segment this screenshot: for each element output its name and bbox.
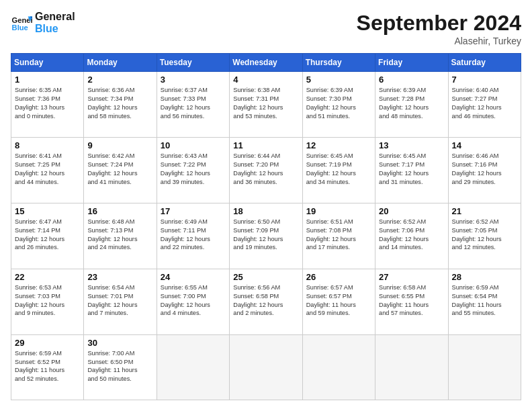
calendar-cell	[375, 334, 448, 400]
location: Alasehir, Turkey	[357, 36, 521, 46]
calendar-cell: 3Sunrise: 6:37 AMSunset: 7:33 PMDaylight…	[157, 72, 229, 138]
day-number: 1	[15, 75, 80, 85]
calendar-cell	[157, 334, 229, 400]
cell-content: Sunrise: 6:45 AMSunset: 7:17 PMDaylight:…	[379, 152, 444, 187]
logo: General Blue General Blue	[11, 11, 75, 34]
calendar-header-wednesday: Wednesday	[230, 54, 302, 72]
calendar-week-1: 1Sunrise: 6:35 AMSunset: 7:36 PMDaylight…	[11, 72, 521, 138]
calendar-cell: 14Sunrise: 6:46 AMSunset: 7:16 PMDayligh…	[448, 137, 521, 203]
cell-content: Sunrise: 6:58 AMSunset: 6:55 PMDaylight:…	[379, 283, 444, 318]
svg-text:Blue: Blue	[12, 24, 28, 32]
cell-content: Sunrise: 6:52 AMSunset: 7:06 PMDaylight:…	[379, 218, 444, 253]
day-number: 13	[379, 140, 444, 150]
day-number: 2	[87, 75, 152, 85]
calendar-cell: 1Sunrise: 6:35 AMSunset: 7:36 PMDaylight…	[11, 72, 84, 138]
page: General Blue General Blue September 2024…	[0, 0, 532, 411]
calendar-cell: 8Sunrise: 6:41 AMSunset: 7:25 PMDaylight…	[11, 137, 84, 203]
calendar-cell: 12Sunrise: 6:45 AMSunset: 7:19 PMDayligh…	[302, 137, 375, 203]
cell-content: Sunrise: 6:51 AMSunset: 7:08 PMDaylight:…	[306, 218, 371, 253]
calendar-week-5: 29Sunrise: 6:59 AMSunset: 6:52 PMDayligh…	[11, 334, 521, 400]
calendar-week-4: 22Sunrise: 6:53 AMSunset: 7:03 PMDayligh…	[11, 269, 521, 334]
cell-content: Sunrise: 6:37 AMSunset: 7:33 PMDaylight:…	[161, 86, 226, 121]
cell-content: Sunrise: 6:53 AMSunset: 7:03 PMDaylight:…	[15, 283, 80, 318]
calendar-header-monday: Monday	[84, 54, 157, 72]
month-title: September 2024	[357, 11, 521, 36]
calendar-cell: 9Sunrise: 6:42 AMSunset: 7:24 PMDaylight…	[84, 137, 157, 203]
cell-content: Sunrise: 6:59 AMSunset: 6:54 PMDaylight:…	[452, 283, 517, 318]
calendar-header-tuesday: Tuesday	[157, 54, 229, 72]
calendar-cell: 5Sunrise: 6:39 AMSunset: 7:30 PMDaylight…	[302, 72, 375, 138]
calendar-header-friday: Friday	[375, 54, 448, 72]
cell-content: Sunrise: 6:59 AMSunset: 6:52 PMDaylight:…	[15, 349, 80, 384]
calendar-week-2: 8Sunrise: 6:41 AMSunset: 7:25 PMDaylight…	[11, 137, 521, 203]
cell-content: Sunrise: 6:41 AMSunset: 7:25 PMDaylight:…	[15, 152, 80, 187]
calendar-cell: 23Sunrise: 6:54 AMSunset: 7:01 PMDayligh…	[84, 269, 157, 334]
calendar-cell: 10Sunrise: 6:43 AMSunset: 7:22 PMDayligh…	[157, 137, 229, 203]
day-number: 8	[15, 140, 80, 150]
calendar-table: SundayMondayTuesdayWednesdayThursdayFrid…	[11, 53, 521, 400]
day-number: 19	[306, 206, 371, 216]
cell-content: Sunrise: 6:44 AMSunset: 7:20 PMDaylight:…	[233, 152, 298, 187]
day-number: 27	[379, 272, 444, 282]
logo-general: General	[35, 11, 75, 23]
day-number: 10	[161, 140, 226, 150]
title-block: September 2024 Alasehir, Turkey	[357, 11, 521, 46]
calendar-cell: 13Sunrise: 6:45 AMSunset: 7:17 PMDayligh…	[375, 137, 448, 203]
calendar-cell: 15Sunrise: 6:47 AMSunset: 7:14 PMDayligh…	[11, 203, 84, 269]
calendar-cell: 19Sunrise: 6:51 AMSunset: 7:08 PMDayligh…	[302, 203, 375, 269]
calendar-week-3: 15Sunrise: 6:47 AMSunset: 7:14 PMDayligh…	[11, 203, 521, 269]
calendar-header-thursday: Thursday	[302, 54, 375, 72]
calendar-cell: 25Sunrise: 6:56 AMSunset: 6:58 PMDayligh…	[230, 269, 302, 334]
cell-content: Sunrise: 6:55 AMSunset: 7:00 PMDaylight:…	[161, 283, 226, 318]
day-number: 17	[161, 206, 226, 216]
cell-content: Sunrise: 6:36 AMSunset: 7:34 PMDaylight:…	[87, 86, 152, 121]
logo-icon: General Blue	[11, 12, 32, 34]
calendar-cell: 21Sunrise: 6:52 AMSunset: 7:05 PMDayligh…	[448, 203, 521, 269]
calendar-header-saturday: Saturday	[448, 54, 521, 72]
cell-content: Sunrise: 6:38 AMSunset: 7:31 PMDaylight:…	[233, 86, 298, 121]
cell-content: Sunrise: 6:39 AMSunset: 7:30 PMDaylight:…	[306, 86, 371, 121]
calendar-cell: 24Sunrise: 6:55 AMSunset: 7:00 PMDayligh…	[157, 269, 229, 334]
day-number: 7	[452, 75, 517, 85]
cell-content: Sunrise: 6:56 AMSunset: 6:58 PMDaylight:…	[233, 283, 298, 318]
calendar-cell: 22Sunrise: 6:53 AMSunset: 7:03 PMDayligh…	[11, 269, 84, 334]
day-number: 6	[379, 75, 444, 85]
cell-content: Sunrise: 6:48 AMSunset: 7:13 PMDaylight:…	[87, 218, 152, 253]
calendar-cell: 11Sunrise: 6:44 AMSunset: 7:20 PMDayligh…	[230, 137, 302, 203]
day-number: 22	[15, 272, 80, 282]
logo-blue: Blue	[35, 23, 75, 35]
cell-content: Sunrise: 6:42 AMSunset: 7:24 PMDaylight:…	[87, 152, 152, 187]
day-number: 15	[15, 206, 80, 216]
calendar-cell: 17Sunrise: 6:49 AMSunset: 7:11 PMDayligh…	[157, 203, 229, 269]
day-number: 21	[452, 206, 517, 216]
day-number: 12	[306, 140, 371, 150]
calendar-cell: 6Sunrise: 6:39 AMSunset: 7:28 PMDaylight…	[375, 72, 448, 138]
calendar-cell	[302, 334, 375, 400]
calendar-cell: 7Sunrise: 6:40 AMSunset: 7:27 PMDaylight…	[448, 72, 521, 138]
day-number: 16	[87, 206, 152, 216]
cell-content: Sunrise: 7:00 AMSunset: 6:50 PMDaylight:…	[87, 349, 152, 384]
day-number: 3	[161, 75, 226, 85]
calendar-cell	[448, 334, 521, 400]
cell-content: Sunrise: 6:49 AMSunset: 7:11 PMDaylight:…	[161, 218, 226, 253]
day-number: 25	[233, 272, 298, 282]
cell-content: Sunrise: 6:45 AMSunset: 7:19 PMDaylight:…	[306, 152, 371, 187]
day-number: 9	[87, 140, 152, 150]
calendar-cell: 30Sunrise: 7:00 AMSunset: 6:50 PMDayligh…	[84, 334, 157, 400]
calendar-cell: 26Sunrise: 6:57 AMSunset: 6:57 PMDayligh…	[302, 269, 375, 334]
calendar-cell: 28Sunrise: 6:59 AMSunset: 6:54 PMDayligh…	[448, 269, 521, 334]
day-number: 23	[87, 272, 152, 282]
calendar-header-row: SundayMondayTuesdayWednesdayThursdayFrid…	[11, 54, 521, 72]
cell-content: Sunrise: 6:43 AMSunset: 7:22 PMDaylight:…	[161, 152, 226, 187]
cell-content: Sunrise: 6:39 AMSunset: 7:28 PMDaylight:…	[379, 86, 444, 121]
cell-content: Sunrise: 6:35 AMSunset: 7:36 PMDaylight:…	[15, 86, 80, 121]
cell-content: Sunrise: 6:47 AMSunset: 7:14 PMDaylight:…	[15, 218, 80, 253]
calendar-cell: 18Sunrise: 6:50 AMSunset: 7:09 PMDayligh…	[230, 203, 302, 269]
calendar-header-sunday: Sunday	[11, 54, 84, 72]
calendar-cell: 2Sunrise: 6:36 AMSunset: 7:34 PMDaylight…	[84, 72, 157, 138]
cell-content: Sunrise: 6:46 AMSunset: 7:16 PMDaylight:…	[452, 152, 517, 187]
calendar-cell: 29Sunrise: 6:59 AMSunset: 6:52 PMDayligh…	[11, 334, 84, 400]
header: General Blue General Blue September 2024…	[11, 11, 521, 46]
calendar-cell: 27Sunrise: 6:58 AMSunset: 6:55 PMDayligh…	[375, 269, 448, 334]
cell-content: Sunrise: 6:50 AMSunset: 7:09 PMDaylight:…	[233, 218, 298, 253]
